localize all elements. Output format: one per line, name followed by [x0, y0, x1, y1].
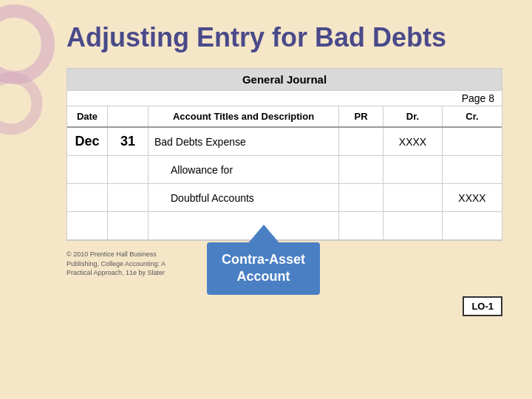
cell-pr-2: [339, 156, 383, 183]
cell-month-4: [67, 212, 108, 239]
cell-dr-3: [383, 184, 443, 211]
cell-day-3: [108, 184, 149, 211]
column-headers: Date Account Titles and Description PR D…: [67, 106, 502, 128]
cell-month-3: [67, 184, 108, 211]
col-date: Date: [67, 106, 108, 126]
cell-desc-2: Allowance for: [149, 156, 339, 183]
journal-table: General Journal Page 8 Date Account Titl…: [66, 68, 502, 241]
cell-pr-4: [339, 212, 383, 239]
cell-cr-1: [443, 128, 502, 155]
lo-badge: LO-1: [463, 296, 502, 316]
table-row: [67, 212, 502, 240]
callout-container: Contra-Asset Account: [207, 242, 320, 295]
page-number: Page 8: [67, 91, 502, 106]
cell-desc-4: [149, 212, 339, 239]
cell-dr-1: XXXX: [383, 128, 443, 155]
cell-desc-1: Bad Debts Expense: [149, 128, 339, 155]
copyright-text: © 2010 Prentice Hall Business Publishing…: [66, 250, 185, 278]
col-date2: [108, 106, 149, 126]
page-title: Adjusting Entry for Bad Debts: [66, 22, 502, 53]
cell-desc-3: Doubtful Accounts: [149, 184, 339, 211]
col-cr: Cr.: [443, 106, 502, 126]
cell-day-2: [108, 156, 149, 183]
table-row: Doubtful Accounts XXXX: [67, 184, 502, 212]
col-dr: Dr.: [383, 106, 443, 126]
callout-box: Contra-Asset Account: [207, 242, 320, 295]
table-row: Dec 31 Bad Debts Expense XXXX: [67, 128, 502, 156]
cell-month-2: [67, 156, 108, 183]
cell-pr-1: [339, 128, 383, 155]
col-description: Account Titles and Description: [149, 106, 339, 126]
cell-pr-3: [339, 184, 383, 211]
table-row: Allowance for: [67, 156, 502, 184]
cell-dr-2: [383, 156, 443, 183]
cell-day-4: [108, 212, 149, 239]
cell-cr-3: XXXX: [443, 184, 502, 211]
cell-month-1: Dec: [67, 128, 108, 155]
journal-header: General Journal: [67, 69, 502, 91]
col-pr: PR: [339, 106, 383, 126]
cell-cr-4: [443, 212, 502, 239]
callout-arrow-up: [248, 225, 280, 244]
cell-cr-2: [443, 156, 502, 183]
cell-dr-4: [383, 212, 443, 239]
cell-day-1: 31: [108, 128, 149, 155]
